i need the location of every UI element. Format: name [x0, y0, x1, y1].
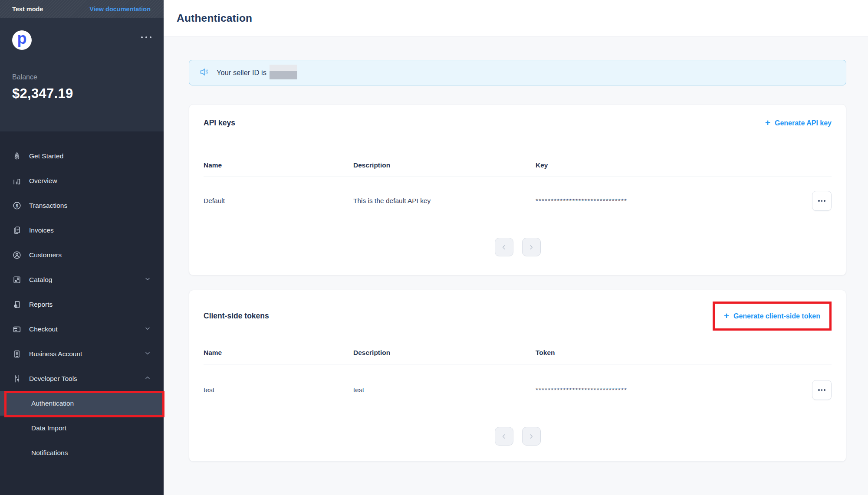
page-content: Your seller ID is API keys + Generate AP… — [164, 37, 868, 495]
client-side-tokens-pagination — [204, 427, 832, 446]
customer-icon — [12, 250, 22, 260]
table-row: Default This is the default API key ****… — [204, 177, 832, 238]
credit-card-icon — [12, 325, 22, 334]
sidebar-item-overview[interactable]: Overview — [0, 168, 164, 193]
api-keys-card: API keys + Generate API key Name Descrip… — [189, 104, 846, 275]
sidebar-item-invoices[interactable]: Invoices — [0, 218, 164, 243]
sidebar-item-label: Get Started — [29, 152, 63, 160]
sliders-icon — [12, 374, 22, 384]
dollar-circle-icon: $ — [12, 201, 22, 210]
rocket-icon — [12, 151, 22, 161]
sidebar-item-label: Invoices — [29, 226, 54, 234]
chevron-up-icon — [144, 374, 151, 383]
sidebar-item-label: Transactions — [29, 202, 67, 210]
column-header-name: Name — [204, 161, 353, 169]
plus-icon: + — [765, 118, 770, 127]
sidebar-item-label: Catalog — [29, 276, 52, 284]
main-area: Authentication Your seller ID is API key… — [164, 0, 868, 495]
sidebar-divider — [0, 480, 164, 480]
balance-label: Balance — [12, 73, 151, 81]
token-name: test — [204, 386, 353, 394]
token-description: test — [353, 386, 536, 394]
column-header-key: Key — [536, 161, 804, 169]
sidebar-item-reports[interactable]: Reports — [0, 292, 164, 317]
sidebar-account-section: p Balance $2,347.19 — [0, 18, 164, 131]
client-side-tokens-card: Client-side tokens + Generate client-sid… — [189, 290, 846, 462]
api-key-masked-value: ****************************** — [536, 197, 804, 205]
column-header-description: Description — [353, 161, 536, 169]
sidebar-item-authentication[interactable]: Authentication — [0, 391, 164, 416]
next-page-button[interactable] — [522, 427, 541, 446]
column-header-description: Description — [353, 349, 536, 357]
sidebar-item-developer-tools[interactable]: Developer Tools — [0, 366, 164, 391]
bar-chart-icon — [12, 176, 22, 186]
megaphone-icon — [198, 66, 210, 79]
sidebar-item-customers[interactable]: Customers — [0, 243, 164, 267]
api-key-name: Default — [204, 197, 353, 205]
sidebar-menu-dots-icon[interactable] — [141, 36, 151, 38]
seller-id-redacted-value — [270, 65, 297, 79]
table-header-row: Name Description Key — [204, 161, 832, 169]
annotation-red-box: + Generate client-side token — [713, 302, 832, 331]
token-masked-value: ****************************** — [536, 386, 804, 394]
chevron-right-icon — [528, 244, 535, 251]
sidebar-item-notifications[interactable]: Notifications — [0, 440, 164, 465]
test-mode-label: Test mode — [12, 6, 43, 13]
sidebar-item-data-import[interactable]: Data Import — [0, 416, 164, 440]
seller-id-text: Your seller ID is — [217, 69, 266, 77]
sidebar-item-catalog[interactable]: Catalog — [0, 267, 164, 292]
generate-client-side-token-label: Generate client-side token — [733, 312, 820, 320]
card-title: API keys — [204, 118, 235, 128]
report-icon — [12, 300, 22, 309]
sidebar-item-business-account[interactable]: Business Account — [0, 341, 164, 366]
column-header-name: Name — [204, 349, 353, 357]
sidebar-item-label: Notifications — [31, 449, 68, 457]
sidebar-item-label: Overview — [29, 177, 57, 185]
row-more-button[interactable] — [812, 380, 832, 400]
prev-page-button[interactable] — [495, 427, 513, 446]
paddle-logo[interactable]: p — [12, 30, 32, 50]
sidebar-item-label: Authentication — [31, 400, 74, 407]
sidebar-item-label: Business Account — [29, 350, 82, 358]
chevron-right-icon — [528, 433, 535, 440]
annotation-red-box — [4, 391, 164, 417]
sidebar-item-label: Developer Tools — [29, 375, 77, 383]
api-key-description: This is the default API key — [353, 197, 536, 205]
sidebar-item-label: Data Import — [31, 424, 66, 432]
chevron-left-icon — [500, 244, 507, 251]
chevron-down-icon — [144, 350, 151, 358]
generate-api-key-button[interactable]: + Generate API key — [765, 119, 832, 127]
chevron-down-icon — [144, 275, 151, 284]
invoice-icon — [12, 226, 22, 235]
page-header: Authentication — [164, 0, 868, 37]
chevron-left-icon — [500, 433, 507, 440]
row-more-button[interactable] — [812, 191, 832, 211]
paddle-logo-letter: p — [17, 31, 27, 46]
balance-value: $2,347.19 — [12, 86, 151, 102]
table-header-row: Name Description Token — [204, 349, 832, 357]
generate-client-side-token-button[interactable]: + Generate client-side token — [724, 312, 820, 320]
page-title: Authentication — [177, 12, 252, 24]
prev-page-button[interactable] — [495, 238, 513, 256]
view-documentation-link[interactable]: View documentation — [89, 6, 151, 13]
table-row: test test ****************************** — [204, 364, 832, 427]
column-header-token: Token — [536, 349, 804, 357]
next-page-button[interactable] — [522, 238, 541, 256]
plus-icon: + — [724, 311, 729, 320]
test-mode-bar: Test mode View documentation — [0, 0, 164, 18]
sidebar-item-label: Checkout — [29, 325, 57, 333]
sidebar-item-get-started[interactable]: Get Started — [0, 144, 164, 168]
svg-text:$: $ — [16, 203, 18, 208]
sidebar-item-label: Reports — [29, 301, 53, 308]
box-icon — [12, 275, 22, 285]
chevron-down-icon — [144, 325, 151, 334]
card-title: Client-side tokens — [204, 311, 269, 321]
sidebar-item-checkout[interactable]: Checkout — [0, 317, 164, 341]
sidebar: Test mode View documentation p Balance $… — [0, 0, 164, 495]
generate-api-key-label: Generate API key — [775, 119, 832, 127]
building-icon — [12, 349, 22, 359]
sidebar-item-transactions[interactable]: $ Transactions — [0, 193, 164, 218]
sidebar-nav: Get Started Overview $ Transactions Invo… — [0, 131, 164, 495]
sidebar-item-label: Customers — [29, 251, 62, 259]
api-keys-pagination — [204, 238, 832, 256]
